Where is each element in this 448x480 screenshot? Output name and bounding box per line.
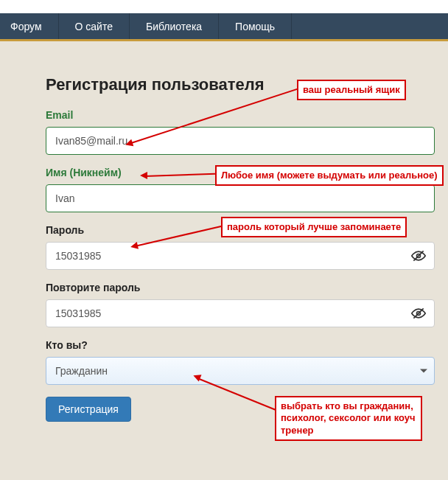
annotation-role: выбрать кто вы гражданин, психолог, секс… xyxy=(275,396,422,441)
email-label: Email xyxy=(46,109,435,121)
top-white-bar xyxy=(0,0,448,13)
registration-form: Регистрация пользователя Email Имя (Никн… xyxy=(46,75,435,422)
annotation-email: ваш реальный ящик xyxy=(297,80,406,100)
register-button[interactable]: Регистрация xyxy=(46,397,131,422)
annotation-password: пароль который лучше запоминаете xyxy=(221,217,407,237)
password-field[interactable] xyxy=(46,242,435,270)
toggle-confirm-password-visibility-icon[interactable] xyxy=(411,306,426,321)
nav-about[interactable]: О сайте xyxy=(59,13,130,39)
email-group: Email xyxy=(46,109,435,155)
nav-library[interactable]: Библиотека xyxy=(130,13,219,39)
role-select[interactable]: Гражданин xyxy=(46,357,435,385)
name-field[interactable] xyxy=(46,184,435,212)
nav-forum[interactable]: Форум xyxy=(0,13,59,39)
role-label: Кто вы? xyxy=(46,339,435,351)
annotation-name-arrow-icon xyxy=(140,172,147,179)
confirm-password-field[interactable] xyxy=(46,299,435,327)
confirm-password-group: Повторите пароль xyxy=(46,282,435,327)
annotation-name: Любое имя (можете выдумать или реальное) xyxy=(215,165,444,186)
email-field[interactable] xyxy=(46,127,435,155)
confirm-password-label: Повторите пароль xyxy=(46,282,435,293)
navbar: Форум О сайте Библиотека Помощь xyxy=(0,13,448,41)
nav-help[interactable]: Помощь xyxy=(219,13,292,39)
toggle-password-visibility-icon[interactable] xyxy=(411,248,426,263)
role-group: Кто вы? Гражданин xyxy=(46,339,435,385)
